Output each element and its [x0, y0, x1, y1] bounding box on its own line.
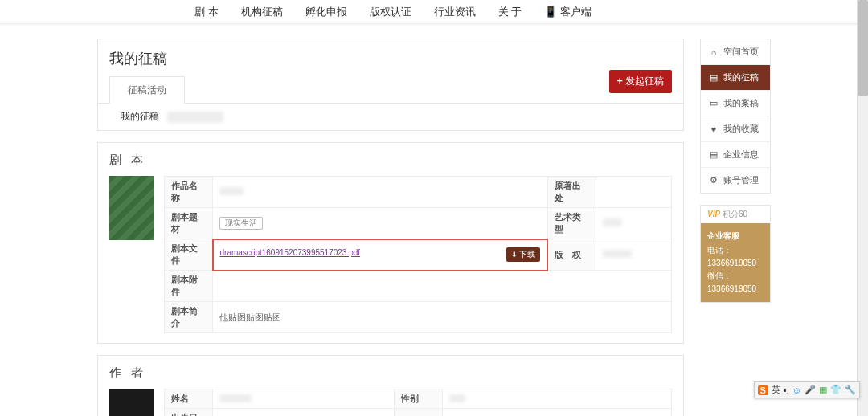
label-source: 原著出处 — [547, 177, 596, 208]
author-photo — [109, 389, 154, 416]
scrollbar[interactable] — [857, 0, 868, 416]
vip-title: 企业客服 — [707, 230, 764, 243]
ime-emoji-icon[interactable]: ☺ — [792, 385, 801, 395]
launch-call-button[interactable]: 发起征稿 — [609, 70, 672, 93]
vip-phone: 13366919050 — [707, 259, 756, 267]
author-section: 作 者 姓名 性别 出生日期 籍贯 — [97, 355, 684, 416]
label-theme: 剧本题材 — [165, 208, 213, 239]
nav-news[interactable]: 行业资讯 — [423, 0, 487, 24]
redacted-value — [219, 394, 252, 402]
label-nationality: 籍贯 — [395, 409, 443, 417]
ime-skin-icon[interactable]: ▦ — [819, 385, 827, 395]
sidebar-item-my-drafts[interactable]: ▭ 我的案稿 — [701, 91, 770, 116]
vip-head: VIP 积分60 — [701, 206, 770, 223]
my-drafts-label: 我的征稿 — [121, 110, 159, 124]
ime-punct-icon[interactable]: •, — [784, 385, 789, 395]
intro-value: 他贴图贴图贴图 — [213, 302, 672, 333]
ime-lang[interactable]: 英 — [772, 384, 780, 396]
script-section: 剧 本 作品名称 原著出处 剧本题材 现实生活 艺术类型 — [97, 142, 684, 344]
my-drafts-row: 我的征稿 — [109, 104, 672, 130]
download-button[interactable]: 下载 — [506, 247, 541, 262]
info-icon: ▤ — [709, 150, 719, 160]
nav-script[interactable]: 剧 本 — [183, 0, 230, 24]
heart-icon: ♥ — [709, 124, 719, 134]
vip-wechat: 13366919050 — [707, 284, 756, 293]
ime-settings-icon[interactable]: 🔧 — [845, 385, 856, 395]
script-detail-table: 作品名称 原著出处 剧本题材 现实生活 艺术类型 剧本文件 — [164, 176, 672, 333]
label-script-file: 剧本文件 — [165, 239, 213, 271]
redacted-value — [219, 187, 244, 195]
sidebar-item-label: 账号管理 — [723, 174, 759, 186]
sidebar-item-label: 空间首页 — [723, 46, 759, 58]
tabs: 征稿活动 — [98, 76, 683, 104]
page-body: 我的征稿 征稿活动 发起征稿 我的征稿 剧 本 作品名称 原著出处 — [97, 24, 771, 416]
sidebar-item-favorites[interactable]: ♥ 我的收藏 — [701, 116, 770, 142]
nav-about[interactable]: 关 于 — [487, 0, 534, 24]
vip-wechat-label: 微信： — [707, 271, 731, 280]
scrollbar-thumb[interactable] — [858, 0, 868, 96]
vip-points: 积分60 — [723, 210, 747, 218]
author-detail-table: 姓名 性别 出生日期 籍贯 毕业院校 文化程度 — [164, 389, 672, 416]
nav-incubate[interactable]: 孵化申报 — [294, 0, 358, 24]
redacted-value — [603, 250, 632, 258]
doc-icon: ▤ — [709, 73, 719, 83]
sogou-icon[interactable]: S — [758, 385, 768, 395]
nav-copyright[interactable]: 版权认证 — [358, 0, 423, 24]
label-intro: 剧本简介 — [165, 302, 213, 333]
script-file-link[interactable]: dramascript1609152073995517023.pdf — [220, 248, 361, 257]
label-copyright: 版 权 — [547, 239, 596, 271]
script-section-title: 剧 本 — [109, 153, 672, 168]
nav-client[interactable]: 📱 客户端 — [533, 0, 603, 24]
label-art-type: 艺术类型 — [547, 208, 596, 239]
vip-tag: VIP — [707, 210, 720, 218]
ime-tools-icon[interactable]: 👕 — [830, 385, 841, 395]
label-gender: 性别 — [395, 389, 443, 409]
label-work-name: 作品名称 — [165, 177, 213, 208]
sidebar-item-label: 我的征稿 — [723, 71, 759, 84]
sidebar-item-company[interactable]: ▤ 企业信息 — [701, 142, 770, 168]
header-card: 我的征稿 征稿活动 发起征稿 我的征稿 — [97, 39, 684, 131]
tab-call-activity[interactable]: 征稿活动 — [109, 76, 185, 104]
sidebar-item-label: 我的收藏 — [723, 123, 759, 135]
ime-toolbar[interactable]: S 英 •, ☺ 🎤 ▦ 👕 🔧 — [754, 381, 861, 398]
home-icon: ⌂ — [709, 47, 719, 57]
vip-phone-label: 电话： — [707, 246, 731, 255]
page-title: 我的征稿 — [109, 49, 672, 68]
script-poster — [109, 176, 154, 240]
nav-org-call[interactable]: 机构征稿 — [230, 0, 294, 24]
redacted-value — [449, 394, 465, 402]
top-nav: 剧 本 机构征稿 孵化申报 版权认证 行业资讯 关 于 📱 客户端 — [0, 0, 868, 24]
vip-body: 企业客服 电话：13366919050 微信：13366919050 — [701, 223, 770, 302]
label-attachment: 剧本附件 — [165, 271, 213, 302]
sidebar-item-label: 企业信息 — [723, 149, 759, 161]
case-icon: ▭ — [709, 99, 719, 108]
sidebar-item-account[interactable]: ⚙ 账号管理 — [701, 168, 770, 193]
label-birth: 出生日期 — [165, 409, 213, 417]
sidebar-item-label: 我的案稿 — [723, 97, 759, 109]
ime-voice-icon[interactable]: 🎤 — [805, 385, 816, 395]
side-menu: ⌂ 空间首页 ▤ 我的征稿 ▭ 我的案稿 ♥ 我的收藏 ▤ 企业信息 ⚙ 账号管… — [700, 39, 771, 194]
sidebar-item-home[interactable]: ⌂ 空间首页 — [701, 39, 770, 65]
sidebar-item-my-calls[interactable]: ▤ 我的征稿 — [701, 65, 770, 91]
vip-box: VIP 积分60 企业客服 电话：13366919050 微信：13366919… — [700, 205, 771, 303]
script-file-cell: dramascript1609152073995517023.pdf 下载 — [213, 239, 548, 271]
label-name: 姓名 — [165, 389, 213, 409]
gear-icon: ⚙ — [709, 176, 719, 186]
author-section-title: 作 者 — [109, 365, 672, 381]
theme-tag: 现实生活 — [219, 217, 263, 230]
redacted-value — [167, 112, 223, 123]
redacted-value — [603, 218, 622, 226]
